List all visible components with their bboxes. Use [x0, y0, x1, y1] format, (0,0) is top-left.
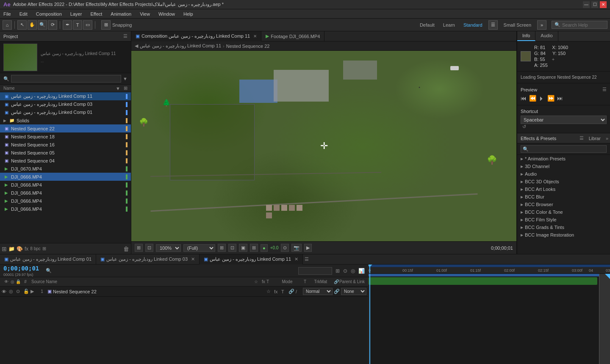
project-search-input[interactable] [11, 75, 121, 83]
project-item-dji0666-1[interactable]: ▶ DJI_0666.MP4 [0, 173, 131, 181]
tl-tab-comp03[interactable]: ▣ رودبارچیره - زمین عباس Linked Comp 03 … [96, 254, 200, 265]
grid-btn[interactable]: ⊞ [218, 244, 226, 252]
workspace-learn[interactable]: Learn [441, 22, 458, 28]
effects-cat-audio[interactable]: ▶ Audio [517, 170, 610, 178]
shortcut-select[interactable]: Spacebar Numpad 0 [521, 116, 607, 124]
project-item-2[interactable]: ▣ رودبارچیره - زمین عباس Linked Comp 03 [0, 100, 131, 108]
breadcrumb-left-arrow[interactable]: ◀ [135, 43, 138, 49]
workspace-standard[interactable]: Standard [461, 22, 485, 28]
project-item-dji0666-5[interactable]: ▶ DJI_0666.MP4 [0, 205, 131, 213]
menu-view[interactable]: View [138, 11, 152, 17]
menu-help[interactable]: Help [182, 11, 195, 17]
zoom-tool[interactable]: 🔍 [38, 20, 47, 30]
timecode-display[interactable]: 0;00;00;01 00001 (29.97 fps) [3, 265, 39, 277]
snapping-toggle[interactable]: ⊞ [101, 20, 111, 30]
selection-tool[interactable]: ↖ [17, 20, 27, 30]
project-item-ns04[interactable]: ▣ Nested Sequence 04 [0, 157, 131, 165]
effects-cat-bcc-art-looks[interactable]: ▶ BCC Art Looks [517, 185, 610, 193]
project-item-solids[interactable]: ▶ 📁 Solids [0, 116, 131, 124]
exposure-btn[interactable]: ● [261, 244, 268, 252]
layer-1-fx[interactable]: fx [274, 289, 280, 294]
layer-1-t[interactable]: T [281, 289, 287, 294]
effects-cat-bcc-color-tone[interactable]: ▶ BCC Color & Tone [517, 208, 610, 216]
effects-cat-bcc-film-style[interactable]: ▶ BCC Film Style [517, 216, 610, 223]
project-item-dji0666-4[interactable]: ▶ DJI_0666.MP4 [0, 197, 131, 205]
layer-1-slash[interactable]: / [296, 289, 302, 294]
tl-tab-close-2[interactable]: ✕ [191, 256, 195, 262]
layer-1-parent-select[interactable]: None [341, 288, 366, 295]
menu-composition[interactable]: Composition [34, 11, 64, 17]
layer-1-lock[interactable]: 🔓 [23, 289, 29, 294]
effects-cat-bcc-browser[interactable]: ▶ BCC Browser [517, 201, 610, 208]
layer-1-solo[interactable]: ⊙ [16, 289, 22, 294]
project-item-ns05[interactable]: ▣ Nested Sequence 05 [0, 149, 131, 157]
tl-tab-comp01[interactable]: ▣ رودبارچیره - زمین عباس Linked Comp 01 [0, 254, 96, 265]
tl-tab-menu[interactable]: ☰ [305, 256, 309, 262]
project-item-ns18[interactable]: ▣ Nested Sequence 18 [0, 132, 131, 141]
breadcrumb-comp11[interactable]: رودبارچیره - زمین عباس Linked Comp 11 [140, 43, 221, 49]
preview-menu-icon[interactable]: ☰ [602, 87, 607, 92]
text-tool[interactable]: T [73, 20, 82, 30]
layer-1-mode-select[interactable]: Normal Add Screen [303, 288, 333, 295]
project-effects-icon[interactable]: fx [25, 246, 28, 252]
capture-btn[interactable]: 📷 [291, 244, 302, 252]
tl-tab-close-3[interactable]: ✕ [294, 256, 298, 262]
menu-window[interactable]: Window [157, 11, 177, 17]
preview-next-btn[interactable]: ⏩ [547, 95, 555, 102]
track-bar-1[interactable] [369, 277, 597, 285]
tl-search-input[interactable] [298, 267, 332, 275]
project-new-item[interactable]: ⊞ [2, 245, 7, 252]
preview-play-btn[interactable]: ⏵ [539, 95, 545, 102]
maximize-button[interactable]: ☐ [591, 1, 598, 8]
menu-animation[interactable]: Animation [109, 11, 133, 17]
effects-cat-bcc-3d-objects[interactable]: ▶ BCC 3D Objects [517, 178, 610, 185]
tl-tab-comp11[interactable]: ▣ رودبارچیره - زمین عباس Linked Comp 11 … [200, 254, 303, 265]
reset-exposure-btn[interactable]: ⊙ [281, 244, 289, 252]
project-menu-icon[interactable]: ☰ [123, 33, 128, 39]
project-color-icon[interactable]: 🎨 [17, 246, 23, 252]
project-delete-icon[interactable]: 🗑 [123, 245, 129, 252]
effects-tab-library[interactable]: Librar [585, 134, 604, 143]
snap-btn[interactable]: ⊞ [250, 244, 258, 252]
tl-toggle-switches[interactable]: ⊞ [336, 268, 340, 274]
info-tab-audio[interactable]: Audio [535, 31, 558, 41]
project-folder-icon[interactable]: 📁 [8, 246, 15, 252]
layer-1-star[interactable]: ☆ [264, 289, 273, 294]
workspace-default[interactable]: Default [417, 22, 437, 28]
comp-tab-comp11[interactable]: ▣ Composition رودبارچیره - زمین عباس Lin… [131, 31, 261, 41]
layer-1-eye[interactable]: 👁 [2, 289, 8, 294]
sort-icon[interactable]: ▼ [116, 86, 120, 91]
project-item-dji0670[interactable]: ▶ DJI_0670.MP4 [0, 165, 131, 173]
close-button[interactable]: ✕ [600, 1, 607, 8]
playhead[interactable] [369, 265, 370, 273]
project-item-ns22[interactable]: ▣ Nested Sequence 22 [0, 124, 131, 132]
project-item-dji0666-3[interactable]: ▶ DJI_0666.MP4 [0, 189, 131, 197]
project-filter-icon[interactable]: ▼ [123, 76, 128, 81]
effects-overflow[interactable]: » [604, 136, 610, 141]
fit-height-btn[interactable]: ⊡ [145, 244, 153, 252]
project-item-ns16[interactable]: ▣ Nested Sequence 16 [0, 141, 131, 149]
menu-effect[interactable]: Effect [89, 11, 104, 17]
home-tool[interactable]: ⌂ [3, 20, 12, 30]
safe-zones-btn[interactable]: ⊡ [228, 244, 236, 252]
project-item-1[interactable]: ▣ رودبارچیره - زمین عباس Linked Comp 11 [0, 92, 131, 100]
reset-shortcut-icon[interactable]: ↺ [522, 124, 526, 129]
fit-width-btn[interactable]: ⊞ [135, 244, 143, 252]
menu-edit[interactable]: Edit [18, 11, 29, 17]
effects-cat-bcc-image-restoration[interactable]: ▶ BCC Image Restoration [517, 231, 610, 239]
list-view-icon[interactable]: ⊞ [124, 85, 128, 91]
breadcrumb-ns22[interactable]: Nested Sequence 22 [226, 44, 270, 49]
effects-cat-bcc-grads-tints[interactable]: ▶ BCC Grads & Tints [517, 223, 610, 231]
search-help-input[interactable] [562, 22, 604, 28]
camera-orbit-tool[interactable]: ⟳ [48, 20, 57, 30]
quality-select[interactable]: (Full) (Half) (Quarter) [183, 244, 215, 252]
project-bpc-toggle[interactable]: ⊞ [42, 246, 46, 251]
effects-cat-animation-presets[interactable]: ▶ * Animation Presets [517, 155, 610, 163]
menu-layer[interactable]: Layer [69, 11, 84, 17]
effects-menu-icon[interactable]: ☰ [578, 135, 585, 141]
preview-prev-btn[interactable]: ⏪ [529, 95, 536, 102]
zoom-select[interactable]: 100% 50% 200% [156, 244, 181, 252]
layer-1-link-icon[interactable]: 🔗 [288, 289, 294, 294]
comp-tab-close-1[interactable]: ✕ [253, 34, 257, 39]
tl-graph-editor[interactable]: 📊 [358, 268, 365, 274]
